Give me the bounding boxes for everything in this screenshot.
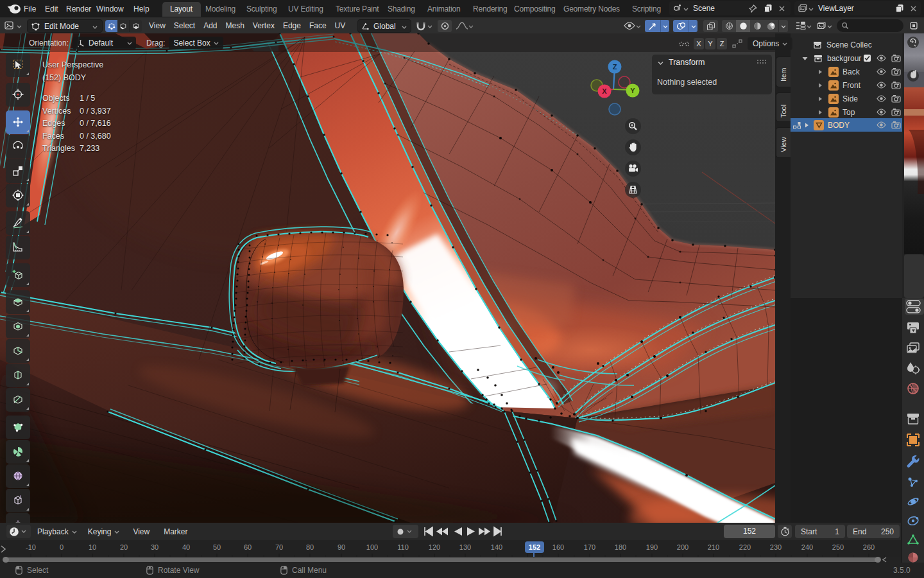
svg-text:Z: Z [613, 63, 617, 71]
svg-text:X: X [602, 87, 607, 95]
svg-text:Y: Y [630, 87, 635, 94]
